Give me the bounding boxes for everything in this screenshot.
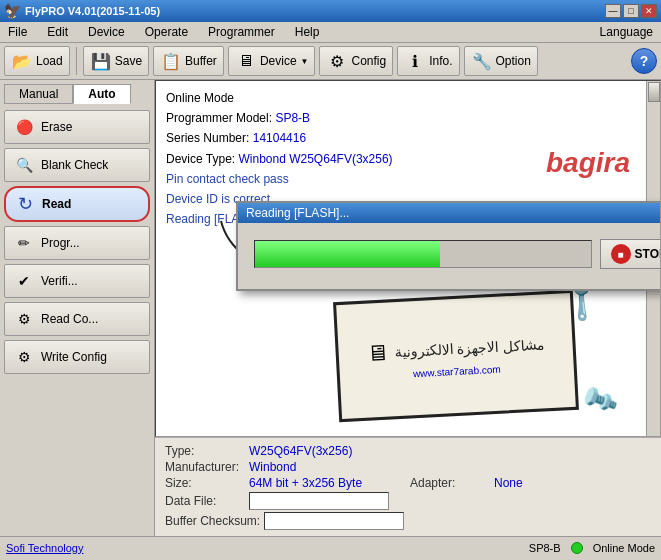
- right-wrapper: Online Mode Programmer Model: SP8-B Seri…: [155, 80, 661, 536]
- blank-check-icon: 🔍: [13, 154, 35, 176]
- programmer-value: SP8-B: [275, 111, 310, 125]
- save-button[interactable]: 💾 Save: [83, 46, 149, 76]
- data-file-label: Data File:: [165, 494, 245, 508]
- type-value: W25Q64FV(3x256): [249, 444, 406, 458]
- menu-language[interactable]: Language: [596, 24, 657, 40]
- serial-value: 14104416: [253, 131, 306, 145]
- device-type-value: Winbond W25Q64FV(3x256): [239, 152, 393, 166]
- info-icon: ℹ: [404, 50, 426, 72]
- progress-bar-fill: [255, 241, 440, 267]
- menu-help[interactable]: Help: [291, 24, 324, 40]
- verify-button[interactable]: ✔ Verifi...: [4, 264, 150, 298]
- load-icon: 📂: [11, 50, 33, 72]
- erase-icon: 🔴: [13, 116, 35, 138]
- mode-line: Online Mode: [166, 89, 650, 108]
- status-mode: Online Mode: [593, 542, 655, 554]
- manufacturer-label: Manufacturer:: [165, 460, 245, 474]
- maximize-button[interactable]: □: [623, 4, 639, 18]
- tab-bar: Manual Auto: [4, 84, 150, 104]
- adapter-label: Adapter:: [410, 476, 490, 490]
- read-config-button[interactable]: ⚙ Read Co...: [4, 302, 150, 336]
- scrollbar-thumb[interactable]: [648, 82, 660, 102]
- window-title: FlyPRO V4.01(2015-11-05): [25, 5, 605, 17]
- data-file-row: Data File:: [165, 492, 651, 510]
- type-label: Type:: [165, 444, 245, 458]
- info-panel: Online Mode Programmer Model: SP8-B Seri…: [155, 80, 661, 437]
- device-button[interactable]: 🖥 Device ▼: [228, 46, 316, 76]
- help-button[interactable]: ?: [631, 48, 657, 74]
- device-dropdown-arrow: ▼: [301, 57, 309, 66]
- read-label: Read: [42, 197, 71, 211]
- read-icon: ↻: [14, 193, 36, 215]
- erase-button[interactable]: 🔴 Erase: [4, 110, 150, 144]
- read-config-label: Read Co...: [41, 312, 98, 326]
- bottom-section: Type: W25Q64FV(3x256) Manufacturer: Winb…: [155, 437, 661, 536]
- tab-auto[interactable]: Auto: [73, 84, 130, 104]
- status-led: [571, 542, 583, 554]
- dialog-title-text: Reading [FLASH]...: [246, 206, 349, 220]
- main-content: Manual Auto 🔴 Erase 🔍 Blank Check ↻ Read…: [0, 80, 661, 536]
- program-icon: ✏: [13, 232, 35, 254]
- save-label: Save: [115, 54, 142, 68]
- info-grid: Type: W25Q64FV(3x256) Manufacturer: Winb…: [165, 444, 651, 490]
- info-button[interactable]: ℹ Info.: [397, 46, 459, 76]
- stamp-overlay: 🔧 🔩 🖥 مشاكل الاجهزة الالكترونية www.star…: [333, 290, 579, 422]
- menu-operate[interactable]: Operate: [141, 24, 192, 40]
- read-button[interactable]: ↻ Read: [4, 186, 150, 222]
- buffer-checksum-label: Buffer Checksum:: [165, 514, 260, 528]
- option-icon: 🔧: [471, 50, 493, 72]
- stamp-url: www.star7arab.com: [413, 363, 501, 379]
- buffer-label: Buffer: [185, 54, 217, 68]
- toolbar: 📂 Load 💾 Save 📋 Buffer 🖥 Device ▼ ⚙ Conf…: [0, 43, 661, 80]
- option-button[interactable]: 🔧 Option: [464, 46, 538, 76]
- size-label: Size:: [165, 476, 245, 490]
- status-link[interactable]: Sofi Technology: [6, 542, 83, 554]
- blank-check-label: Blank Check: [41, 158, 108, 172]
- programmer-label: Programmer Model:: [166, 111, 272, 125]
- minimize-button[interactable]: —: [605, 4, 621, 18]
- close-button[interactable]: ✕: [641, 4, 657, 18]
- write-config-label: Write Config: [41, 350, 107, 364]
- buffer-checksum-input[interactable]: [264, 512, 404, 530]
- load-button[interactable]: 📂 Load: [4, 46, 70, 76]
- read-config-icon: ⚙: [13, 308, 35, 330]
- menu-programmer[interactable]: Programmer: [204, 24, 279, 40]
- menu-bar: File Edit Device Operate Programmer Help…: [0, 22, 661, 43]
- title-bar: 🦅 FlyPRO V4.01(2015-11-05) — □ ✕: [0, 0, 661, 22]
- status-programmer: SP8-B: [529, 542, 561, 554]
- write-config-icon: ⚙: [13, 346, 35, 368]
- menu-edit[interactable]: Edit: [43, 24, 72, 40]
- progress-bar-track: [254, 240, 592, 268]
- manufacturer-value: Winbond: [249, 460, 406, 474]
- programmer-line: Programmer Model: SP8-B: [166, 109, 650, 128]
- stop-button[interactable]: ■ STOP: [600, 239, 661, 269]
- stamp-arabic-text: مشاكل الاجهزة الالكترونية: [394, 336, 545, 360]
- config-icon: ⚙: [326, 50, 348, 72]
- verify-label: Verifi...: [41, 274, 78, 288]
- buffer-button[interactable]: 📋 Buffer: [153, 46, 224, 76]
- stop-icon: ■: [611, 244, 631, 264]
- write-config-button[interactable]: ⚙ Write Config: [4, 340, 150, 374]
- adapter-value: None: [494, 476, 651, 490]
- device-icon: 🖥: [235, 50, 257, 72]
- tab-manual[interactable]: Manual: [4, 84, 73, 104]
- serial-label: Series Number:: [166, 131, 249, 145]
- menu-device[interactable]: Device: [84, 24, 129, 40]
- device-label: Device: [260, 54, 297, 68]
- blank-check-button[interactable]: 🔍 Blank Check: [4, 148, 150, 182]
- option-label: Option: [496, 54, 531, 68]
- save-icon: 💾: [90, 50, 112, 72]
- pin-contact-text: Pin contact check pass: [166, 172, 289, 186]
- program-button[interactable]: ✏ Progr...: [4, 226, 150, 260]
- reading-dialog: Reading [FLASH]... ✕ ■ STOP: [236, 201, 661, 291]
- progress-row: ■ STOP: [254, 239, 661, 269]
- program-label: Progr...: [41, 236, 80, 250]
- size-value: 64M bit + 3x256 Byte: [249, 476, 406, 490]
- config-button[interactable]: ⚙ Config: [319, 46, 393, 76]
- device-type-label: Device Type:: [166, 152, 235, 166]
- menu-file[interactable]: File: [4, 24, 31, 40]
- data-file-input[interactable]: [249, 492, 389, 510]
- buffer-icon: 📋: [160, 50, 182, 72]
- separator-1: [76, 47, 77, 75]
- config-label: Config: [351, 54, 386, 68]
